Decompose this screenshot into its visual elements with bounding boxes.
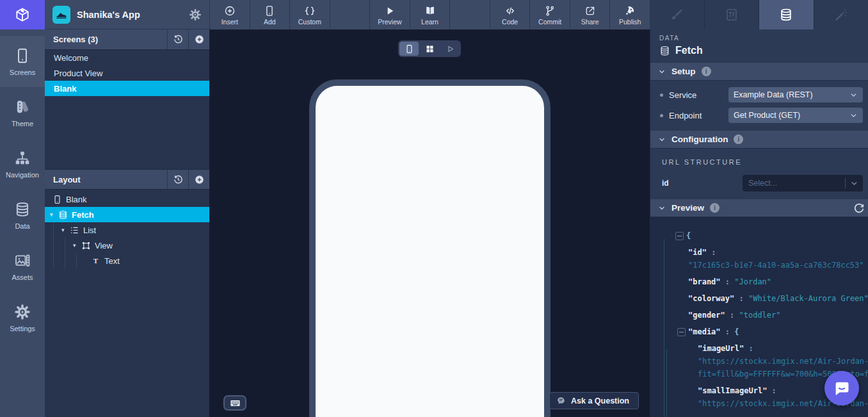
card-icon [725, 8, 739, 22]
inspector-tab-styles[interactable] [650, 0, 705, 29]
sidebar-item-label: Settings [10, 325, 35, 332]
json-line: "brand" : "Jordan" [668, 275, 868, 288]
screens-history-button[interactable] [167, 29, 188, 49]
toolbar-learn-button[interactable]: Learn [410, 0, 451, 29]
tree-node-view[interactable]: ▾View [45, 238, 209, 253]
text-icon: T [91, 256, 100, 266]
screen-item-label: Welcome [54, 53, 88, 63]
setup-section-body: ServiceExample Data (REST)EndpointGet Pr… [650, 81, 868, 130]
configuration-section-title: Configuration [671, 135, 728, 144]
field-label: Service [669, 90, 728, 100]
device-preview-frame[interactable] [309, 79, 551, 417]
configuration-section-header[interactable]: Configuration i [650, 130, 868, 149]
canvas-mode-run-button[interactable] [440, 42, 460, 56]
toolbar-insert-button[interactable]: Insert [210, 0, 250, 29]
sidebar-item-label: Data [15, 222, 29, 230]
layout-tree: Blank▾Fetch▾List▾ViewTText [45, 190, 209, 417]
screen-item-product-view[interactable]: Product View [45, 65, 209, 81]
toolbar-code-button[interactable]: Code [490, 0, 531, 29]
layout-history-button[interactable] [167, 170, 188, 189]
sidebar-item-theme[interactable]: Theme [0, 87, 45, 138]
screen-item-welcome[interactable]: Welcome [45, 50, 209, 65]
chat-launcher-button[interactable] [824, 371, 859, 405]
canvas-mode-blocks-button[interactable] [420, 42, 439, 56]
chevron-down-icon [850, 179, 858, 188]
collapse-minus-icon[interactable] [677, 328, 686, 336]
caret-down-icon[interactable]: ▾ [61, 227, 70, 233]
caret-down-icon[interactable]: ▾ [50, 211, 58, 218]
service-dropdown[interactable]: Example Data (REST) [728, 87, 863, 102]
inspector-kicker: DATA [659, 35, 868, 42]
toolbar-custom-button[interactable]: Custom [290, 0, 330, 29]
caret-down-icon[interactable]: ▾ [73, 242, 81, 249]
json-token: { [734, 327, 739, 336]
field-bullet [660, 94, 663, 97]
inspector-title: Fetch [675, 45, 703, 56]
url-structure-label: URL STRUCTURE [662, 158, 863, 166]
tree-indent-guide [53, 222, 54, 268]
json-token: "https://stockx.imgix.net/Air-Jordan-1-R… [698, 357, 868, 366]
toolbar-commit-button[interactable]: Commit [530, 0, 570, 29]
preview-section-header[interactable]: Preview i [650, 199, 868, 217]
add-component-button[interactable] [188, 170, 209, 189]
tree-node-text[interactable]: TText [45, 253, 209, 268]
json-token: "id" [688, 248, 707, 257]
layout-panel-header: Layout [45, 169, 209, 190]
ask-a-question-button[interactable]: Ask a Question [549, 392, 639, 409]
toolbar-publish-button[interactable]: Publish [610, 0, 650, 29]
insert-icon [224, 5, 236, 17]
info-icon[interactable]: i [734, 135, 743, 144]
json-indent-guide [666, 349, 667, 417]
tree-node-blank[interactable]: Blank [45, 192, 209, 207]
inspector-tab-configs[interactable] [705, 0, 760, 29]
json-token: "Jordan" [734, 277, 771, 286]
id-select[interactable]: Select... [743, 175, 863, 192]
screen-item-blank[interactable]: Blank [45, 81, 209, 96]
app-settings-gear-icon[interactable] [189, 8, 202, 21]
json-token: "toddler" [739, 311, 780, 320]
tree-node-list[interactable]: ▾List [45, 222, 209, 238]
tree-node-fetch[interactable]: ▾Fetch [45, 207, 209, 222]
toolbar-add-button[interactable]: Add [250, 0, 291, 29]
sidebar-item-assets[interactable]: Assets [0, 241, 45, 292]
app-logo[interactable] [0, 0, 45, 29]
toolbar-button-label: Share [581, 19, 599, 25]
phone-icon [52, 195, 62, 204]
branch-icon [544, 5, 556, 17]
app-title: Shanika's App [77, 10, 182, 20]
preview-section-title: Preview [671, 203, 704, 213]
toolbar-button-label: Custom [298, 19, 321, 25]
database-icon [58, 210, 68, 220]
setup-section-header[interactable]: Setup i [650, 62, 868, 81]
endpoint-dropdown[interactable]: Get Product (GET) [728, 108, 863, 123]
toolbar-button-label: Add [264, 19, 276, 25]
refresh-icon[interactable] [853, 202, 865, 215]
toolbar-button-label: Publish [619, 19, 641, 25]
toolbar-button-label: Commit [538, 19, 561, 25]
tree-node-label: Text [104, 256, 120, 266]
toolbar-preview-button[interactable]: Preview [370, 0, 410, 29]
ask-a-question-label: Ask a Question [571, 397, 629, 405]
sidebar-item-screens[interactable]: Screens [0, 36, 45, 87]
tree-indent-guide [76, 253, 77, 268]
json-token: : [721, 327, 735, 336]
database-icon [779, 8, 793, 22]
canvas-mode-device-button[interactable] [399, 42, 419, 56]
sidebar-item-data[interactable]: Data [0, 190, 45, 241]
collapse-minus-icon[interactable] [675, 232, 684, 240]
toolbar-share-button[interactable]: Share [570, 0, 611, 29]
keyboard-toggle-button[interactable] [223, 395, 246, 411]
info-icon[interactable]: i [702, 67, 711, 76]
screen-item-label: Blank [54, 84, 76, 94]
add-screen-button[interactable] [188, 29, 209, 49]
inspector-tab-data[interactable] [759, 0, 814, 29]
sidebar-item-label: Theme [12, 120, 33, 127]
toolbar-spacer [450, 0, 490, 29]
chevron-down-icon [658, 68, 666, 76]
inspector-tab-actions[interactable] [814, 0, 868, 29]
sidebar-item-settings[interactable]: Settings [0, 292, 45, 343]
info-icon[interactable]: i [710, 203, 719, 213]
json-token: "17c165c3-b1e7-4a10-aa5a-ca763c78cc53" [688, 261, 864, 270]
screen-item-label: Product View [54, 69, 102, 78]
sidebar-item-navigation[interactable]: Navigation [0, 138, 45, 190]
